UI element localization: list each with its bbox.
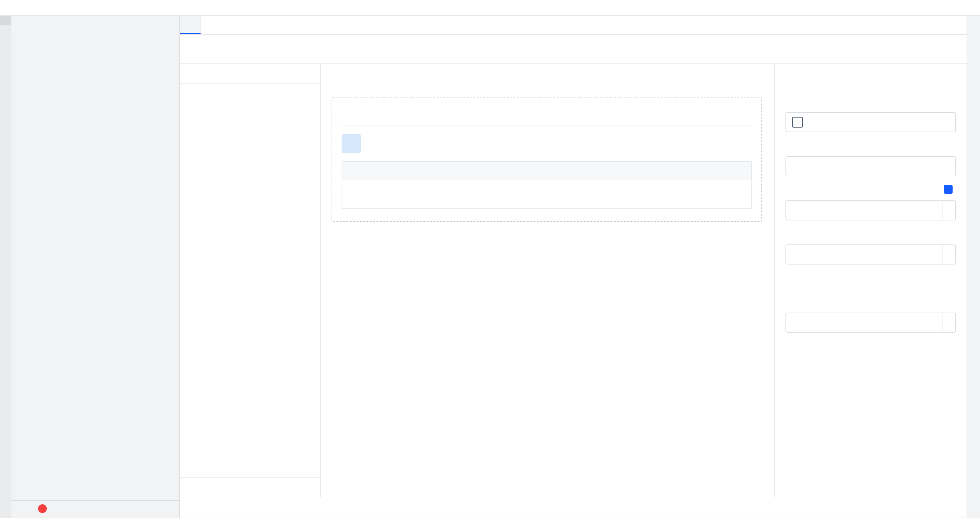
checkbox-checked-icon bbox=[944, 185, 953, 193]
subform-tabs bbox=[342, 105, 752, 126]
properties-panel bbox=[774, 64, 967, 497]
default-dynamic-button[interactable] bbox=[943, 245, 955, 264]
doc-body bbox=[180, 64, 967, 497]
max-input-group bbox=[786, 295, 956, 333]
default-value-input-group bbox=[786, 244, 956, 265]
rail-tab-resources[interactable] bbox=[0, 16, 11, 25]
display-type-group bbox=[786, 271, 956, 288]
show-label-checkbox[interactable] bbox=[944, 185, 956, 193]
subform-table-head bbox=[342, 162, 751, 180]
title-input[interactable] bbox=[786, 201, 943, 220]
canvas-toolbar bbox=[332, 71, 762, 84]
props-section-basic[interactable] bbox=[786, 64, 956, 88]
field-select[interactable] bbox=[786, 156, 956, 176]
add-row-button[interactable] bbox=[342, 134, 361, 153]
palette-sections bbox=[180, 84, 320, 477]
search-bar bbox=[11, 16, 179, 36]
title-variable-button[interactable] bbox=[943, 201, 955, 220]
default-value-group bbox=[786, 227, 956, 265]
component-palette bbox=[180, 64, 321, 497]
title-group bbox=[786, 183, 956, 220]
component-group bbox=[786, 95, 956, 132]
subform-section bbox=[332, 98, 762, 222]
primeton-ide-window bbox=[0, 0, 980, 531]
view-api-link[interactable] bbox=[342, 209, 752, 217]
search-input[interactable] bbox=[29, 19, 108, 33]
default-value-input[interactable] bbox=[786, 245, 943, 264]
text-component-icon bbox=[792, 117, 803, 128]
resource-tree bbox=[11, 36, 179, 500]
topbar bbox=[0, 0, 980, 16]
left-rail bbox=[0, 16, 11, 518]
empty-state-text bbox=[342, 180, 751, 208]
view-header bbox=[180, 35, 967, 64]
view-tabs bbox=[180, 35, 967, 63]
explorer-footer bbox=[11, 500, 179, 518]
right-rail bbox=[967, 16, 980, 518]
workarea-bottom-strip bbox=[180, 497, 967, 518]
max-input-field[interactable] bbox=[786, 313, 943, 332]
statusbar bbox=[0, 518, 980, 531]
resource-explorer bbox=[11, 16, 180, 518]
palette-tabs bbox=[180, 64, 320, 84]
outline-panel-toggle[interactable] bbox=[180, 477, 320, 497]
document-tabs bbox=[180, 16, 967, 35]
component-select[interactable] bbox=[786, 112, 956, 132]
title-input-group bbox=[786, 200, 956, 220]
form-canvas bbox=[321, 64, 774, 497]
width-group bbox=[786, 339, 956, 357]
main-shell bbox=[0, 16, 980, 518]
app-logo-icon bbox=[7, 2, 18, 13]
max-input-input-group bbox=[786, 312, 956, 333]
max-input-unit bbox=[943, 313, 955, 332]
problems-badge bbox=[38, 504, 47, 513]
tab-purchase-order[interactable] bbox=[180, 16, 201, 34]
workarea bbox=[180, 16, 967, 518]
subform-table bbox=[342, 161, 752, 209]
field-group bbox=[786, 139, 956, 176]
